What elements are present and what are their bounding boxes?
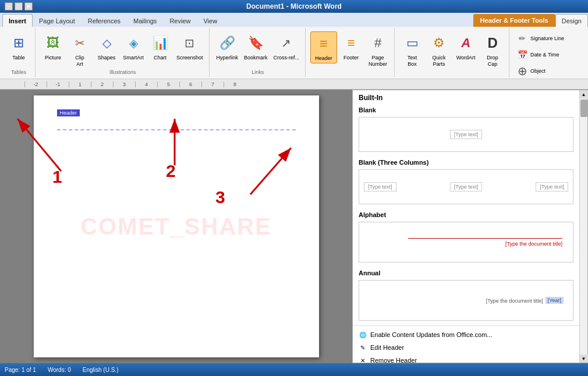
picture-label: Picture: [45, 55, 61, 61]
document-body[interactable]: [57, 139, 296, 256]
textbox-label: TextBox: [408, 55, 417, 68]
ruler-mark: 6: [179, 81, 201, 87]
section-blank-title: Blank: [353, 104, 579, 115]
tab-design[interactable]: Design: [555, 14, 588, 27]
crossref-icon: ↗: [276, 33, 297, 54]
close-button[interactable]: ✕: [24, 2, 33, 10]
cmd-quickparts-button[interactable]: ⚙ QuickParts: [426, 31, 452, 69]
minimize-button[interactable]: −: [5, 2, 13, 10]
dropcap-icon: D: [482, 33, 503, 54]
three-col-text-1: [Type text]: [364, 182, 396, 191]
cmd-items-header-footer: ≡ Header ≡ Footer # PageNumber: [310, 29, 391, 78]
hyperlink-label: Hyperlink: [217, 55, 239, 61]
blank-preview-text: [Type text]: [450, 130, 483, 139]
edit-header-icon: ✎: [359, 343, 367, 352]
wordart-label: WordArt: [456, 55, 476, 61]
header-label: Header: [57, 109, 80, 116]
alphabet-line: [408, 238, 562, 239]
cmd-header-button[interactable]: ≡ Header: [310, 31, 337, 63]
menu-item-remove-header[interactable]: ✕ Remove Header: [353, 354, 579, 363]
document-page: Header COMET_SHARE: [34, 95, 319, 357]
tables-group-label: Tables: [2, 69, 35, 75]
cmd-bookmark-button[interactable]: 🔖 Bookmark: [242, 31, 270, 62]
cmd-table-button[interactable]: ⊞ Table: [6, 31, 31, 62]
menu-item-remove-header-label: Remove Header: [370, 357, 417, 363]
smartart-icon: ◈: [123, 33, 144, 54]
blank-header-preview[interactable]: [Type text]: [359, 117, 573, 152]
cmd-group-links: 🔗 Hyperlink 🔖 Bookmark ↗ Cross-ref... Li…: [211, 28, 306, 77]
ruler-mark: 5: [157, 81, 179, 87]
cmd-textbox-button[interactable]: ▭ TextBox: [399, 31, 425, 69]
chart-icon: 📊: [150, 33, 171, 54]
cmd-smartart-button[interactable]: ◈ SmartArt: [121, 31, 146, 62]
tab-references[interactable]: References: [82, 14, 127, 27]
tab-page-layout[interactable]: Page Layout: [33, 14, 82, 27]
cmd-wordart-button[interactable]: A WordArt: [453, 31, 479, 62]
scrollbar-down-button[interactable]: ▼: [580, 354, 588, 363]
table-icon: ⊞: [8, 33, 29, 54]
cmd-group-symbols: ✏ Signature Line 📅 Date & Time ⊕ Object: [511, 28, 570, 77]
quickparts-label: QuickParts: [433, 55, 446, 68]
cmd-shapes-button[interactable]: ◇ Shapes: [94, 31, 119, 62]
cmd-group-text: ▭ TextBox ⚙ QuickParts A WordArt D DropC…: [396, 28, 509, 77]
cmd-datetime-button[interactable]: 📅 Date & Time: [514, 48, 562, 62]
cmd-dropcap-button[interactable]: D DropCap: [480, 31, 505, 69]
scrollbar-track[interactable]: ▲ ▼: [579, 90, 587, 363]
textbox-icon: ▭: [402, 33, 423, 54]
cmd-picture-button[interactable]: 🖼 Picture: [40, 31, 66, 62]
tab-header-footer-tools[interactable]: Header & Footer Tools: [473, 14, 555, 27]
tab-view[interactable]: View: [197, 14, 224, 27]
ruler-mark: 4: [135, 81, 157, 87]
shapes-icon: ◇: [96, 33, 117, 54]
cmd-group-illustrations: 🖼 Picture ✂ ClipArt ◇ Shapes ◈ SmartArt …: [37, 28, 210, 77]
cmd-signature-line-button[interactable]: ✏ Signature Line: [514, 31, 566, 45]
tab-insert[interactable]: Insert: [2, 14, 33, 27]
scrollbar-up-button[interactable]: ▲: [580, 90, 588, 98]
document-area: 1 2 3 Header COMET_SHARE: [0, 90, 352, 363]
alphabet-preview-content: [Type the document title]: [364, 232, 568, 253]
cmd-footer-button[interactable]: ≡ Footer: [338, 31, 364, 62]
cmd-clip-art-button[interactable]: ✂ ClipArt: [67, 31, 93, 69]
header-zone: Header: [57, 107, 296, 130]
ruler: -2 -1 1 2 3 4 5 6 7 8: [0, 79, 588, 90]
quickparts-icon: ⚙: [428, 33, 449, 54]
footer-label: Footer: [343, 55, 359, 61]
smartart-label: SmartArt: [123, 55, 144, 61]
datetime-icon: 📅: [516, 49, 528, 61]
cmd-chart-button[interactable]: 📊 Chart: [147, 31, 173, 62]
illustrations-group-label: Illustrations: [37, 69, 209, 75]
tab-mailings[interactable]: Mailings: [127, 14, 163, 27]
window-controls[interactable]: − □ ✕: [5, 2, 33, 10]
cmd-page-number-button[interactable]: # PageNumber: [365, 31, 391, 69]
annual-doc-title: [Type the document title]: [486, 298, 543, 304]
alphabet-header-preview[interactable]: [Type the document title]: [359, 222, 573, 263]
wordart-icon: A: [455, 33, 476, 54]
cmd-crossref-button[interactable]: ↗ Cross-ref...: [271, 31, 302, 62]
blank-three-header-preview[interactable]: [Type text] [Type text] [Type text]: [359, 169, 573, 204]
bookmark-label: Bookmark: [244, 55, 268, 61]
cmd-screenshot-button[interactable]: ⊡ Screenshot: [174, 31, 206, 62]
ruler-mark: 7: [201, 81, 224, 87]
dropcap-label: DropCap: [487, 55, 498, 68]
menu-item-enable-content[interactable]: 🌐 Enable Content Updates from Office.com…: [353, 328, 579, 341]
ruler-mark: 3: [113, 81, 135, 87]
object-label: Object: [530, 68, 546, 74]
section-annual-title: Annual: [353, 267, 579, 278]
cmd-hyperlink-button[interactable]: 🔗 Hyperlink: [214, 31, 241, 62]
ruler-mark: -1: [47, 81, 69, 87]
datetime-label: Date & Time: [530, 52, 559, 58]
bookmark-icon: 🔖: [245, 33, 266, 54]
alphabet-doc-title: [Type the document title]: [505, 241, 562, 247]
maximize-button[interactable]: □: [15, 2, 23, 10]
cmd-group-header-footer: ≡ Header ≡ Footer # PageNumber: [307, 28, 395, 77]
ruler-mark: 2: [91, 81, 113, 87]
tab-review[interactable]: Review: [163, 14, 197, 27]
cmd-items-text: ▭ TextBox ⚙ QuickParts A WordArt D DropC…: [399, 29, 505, 78]
app-title: Document1 - Microsoft Word: [246, 2, 342, 10]
menu-item-edit-header[interactable]: ✎ Edit Header: [353, 341, 579, 354]
dropdown-scroll-area[interactable]: Built-In Blank [Type text] Blank (Three …: [353, 90, 579, 363]
screenshot-label: Screenshot: [176, 55, 203, 61]
annual-header-preview[interactable]: [Type the document title] [Year]: [359, 280, 573, 321]
scrollbar-thumb[interactable]: [580, 100, 587, 117]
cmd-object-button[interactable]: ⊕ Object: [514, 64, 548, 78]
